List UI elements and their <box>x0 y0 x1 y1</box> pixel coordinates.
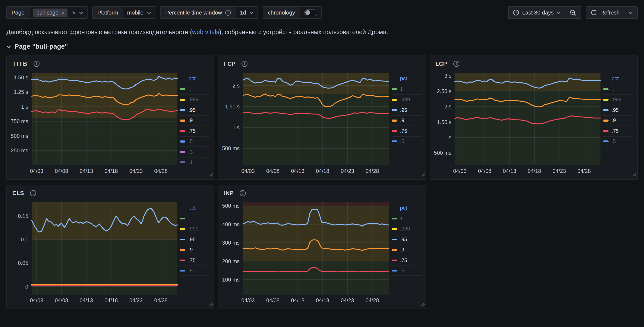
resize-handle-icon[interactable] <box>208 171 213 178</box>
legend-series-label: .5 <box>400 138 404 144</box>
legend-item[interactable]: .9 <box>180 115 210 126</box>
legend-series-label: 1 <box>612 86 614 92</box>
legend-series-label: .3 <box>188 149 193 155</box>
ttfb-chart[interactable]: 04/0304/0804/1304/1804/2304/281.50 s1.25… <box>10 70 179 177</box>
legend-header[interactable]: pct <box>180 76 210 84</box>
zoom-out-button[interactable] <box>565 7 581 18</box>
legend-header[interactable]: pct <box>180 205 210 213</box>
legend-item[interactable]: .95 <box>392 234 421 244</box>
chevron-down-icon[interactable] <box>79 11 83 14</box>
clear-filter-icon[interactable]: × <box>72 10 76 16</box>
legend-item[interactable]: .75 <box>180 126 210 136</box>
chronology-toggle[interactable] <box>304 9 317 16</box>
filter-percentile-window-value[interactable]: 1d <box>236 7 258 18</box>
legend-series-label: .9 <box>188 247 193 253</box>
legend-series-label: 1 <box>400 86 403 92</box>
legend: pct 1.999.95.9.75.5 <box>390 200 423 306</box>
legend-item[interactable]: .999 <box>392 224 421 234</box>
resize-handle-icon[interactable] <box>632 171 636 178</box>
web-vitals-link[interactable]: web vitals <box>192 28 219 36</box>
info-icon[interactable] <box>30 190 36 196</box>
chip-remove-icon[interactable]: × <box>62 10 65 15</box>
info-icon[interactable] <box>33 60 40 67</box>
info-icon[interactable] <box>240 190 246 196</box>
filter-platform-value[interactable]: mobile <box>123 7 155 18</box>
legend-item[interactable]: .9 <box>180 244 210 255</box>
cls-chart[interactable]: 04/0304/0804/1304/1804/2304/280.150.10.0… <box>10 200 179 306</box>
legend-item[interactable]: .5 <box>392 136 421 146</box>
legend-item[interactable]: .75 <box>392 126 421 136</box>
legend-item[interactable]: .95 <box>603 104 633 115</box>
fcp-chart[interactable]: 04/0304/0804/1304/1804/2304/282 s1.50 s1… <box>222 70 391 177</box>
legend-item[interactable]: 1 <box>603 84 633 94</box>
panel-title: INP <box>224 190 234 196</box>
info-icon[interactable] <box>225 10 231 16</box>
legend-header[interactable]: pct <box>392 205 421 213</box>
svg-text:04/28: 04/28 <box>578 168 591 174</box>
legend-item[interactable]: .9 <box>603 115 633 126</box>
info-icon[interactable] <box>242 60 248 67</box>
time-range-group: Last 30 days <box>508 6 582 19</box>
legend-item[interactable]: .95 <box>180 104 210 115</box>
legend-item[interactable]: .999 <box>180 94 210 104</box>
legend-item[interactable]: .1 <box>180 157 210 167</box>
resize-handle-icon[interactable] <box>208 300 213 308</box>
legend-item[interactable]: .9 <box>392 115 421 126</box>
legend-item[interactable]: .9 <box>392 244 421 255</box>
panel-header[interactable]: LCP <box>430 56 637 70</box>
legend-header[interactable]: pct <box>603 76 633 84</box>
series-color-marker <box>180 249 186 251</box>
filter-page-chip[interactable]: bull-page × <box>34 8 68 17</box>
row-header-page-bull-page[interactable]: Page "bull-page" <box>6 43 638 50</box>
series-color-marker <box>603 130 608 132</box>
filter-page-value[interactable]: bull-page × × <box>30 7 87 18</box>
legend-item[interactable]: 1 <box>392 84 421 94</box>
panel-header[interactable]: INP <box>218 185 426 200</box>
legend-item[interactable]: .999 <box>603 94 633 104</box>
panel-header[interactable]: CLS <box>7 185 214 200</box>
legend-item[interactable]: .95 <box>180 234 210 244</box>
filter-platform: Platform mobile <box>92 6 155 19</box>
svg-text:2 s: 2 s <box>444 104 451 110</box>
legend-item[interactable]: .5 <box>180 265 210 276</box>
series-color-marker <box>392 88 397 90</box>
series-color-marker <box>392 238 397 240</box>
panel-header[interactable]: FCP <box>218 56 426 70</box>
legend-item[interactable]: 1 <box>180 213 210 224</box>
legend-item[interactable]: .5 <box>392 265 421 276</box>
legend-item[interactable]: 1 <box>392 213 421 224</box>
legend-series-label: .9 <box>400 247 404 253</box>
legend-item[interactable]: .3 <box>180 146 210 157</box>
svg-text:04/08: 04/08 <box>266 297 280 303</box>
svg-text:04/23: 04/23 <box>341 297 354 303</box>
legend-item[interactable]: 1 <box>180 84 210 94</box>
legend-item[interactable]: .75 <box>392 255 421 265</box>
legend-item[interactable]: .5 <box>180 136 210 146</box>
legend-series-label: 1 <box>188 86 191 92</box>
legend-series-label: .75 <box>612 128 618 134</box>
chevron-down-icon[interactable] <box>250 11 254 14</box>
legend-item[interactable]: .75 <box>180 255 210 265</box>
refresh-button[interactable]: Refresh <box>586 7 624 18</box>
chevron-down-icon[interactable] <box>147 11 151 14</box>
resize-handle-icon[interactable] <box>420 300 425 308</box>
refresh-interval-dropdown[interactable] <box>624 7 637 18</box>
resize-handle-icon[interactable] <box>420 171 425 178</box>
svg-text:04/03: 04/03 <box>242 168 255 174</box>
inp-chart[interactable]: 04/0304/0804/1304/1804/2304/28500 ms400 … <box>222 200 391 306</box>
legend-series-label: .9 <box>188 118 193 124</box>
time-range-picker[interactable]: Last 30 days <box>508 7 565 18</box>
legend-header[interactable]: pct <box>392 76 421 84</box>
series-color-marker <box>180 218 186 220</box>
legend-item[interactable]: .999 <box>392 94 421 104</box>
lcp-chart[interactable]: 04/0304/0804/1304/1804/2304/283 s2.50 s2… <box>433 70 602 177</box>
series-color-marker <box>392 140 397 142</box>
panel-header[interactable]: TTFB <box>7 56 214 70</box>
svg-text:04/28: 04/28 <box>154 297 168 303</box>
legend-item[interactable]: .95 <box>392 104 421 115</box>
legend-item[interactable]: .5 <box>603 136 633 146</box>
legend-rows: 1.999.95.9.75.5 <box>392 213 421 276</box>
legend-item[interactable]: .999 <box>180 224 210 234</box>
legend-item[interactable]: .75 <box>603 126 633 136</box>
info-icon[interactable] <box>453 60 459 67</box>
